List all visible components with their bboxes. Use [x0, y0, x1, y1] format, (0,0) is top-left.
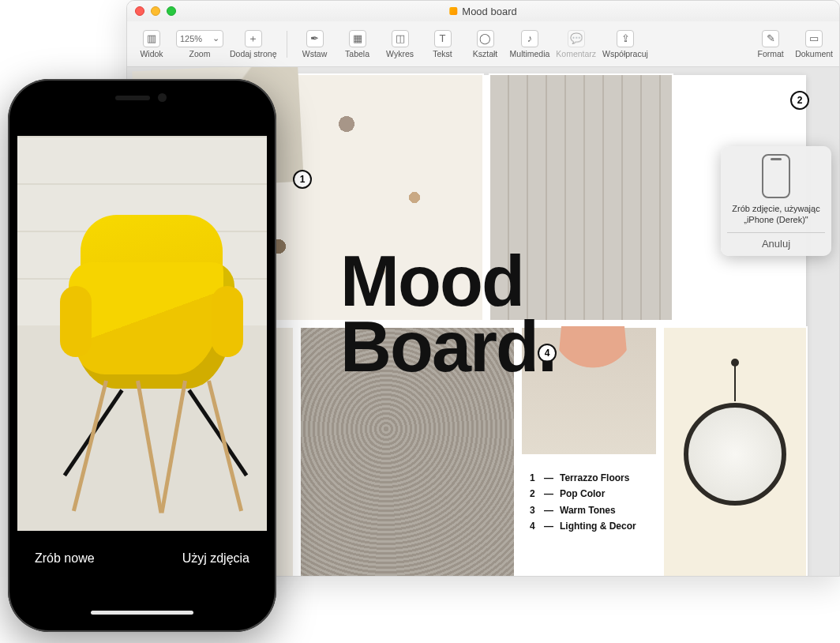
legend-row: 4 — Lighting & Decor [530, 518, 636, 534]
popover-message: Zrób zdjęcie, używając „iPhone (Derek)" [727, 203, 825, 226]
table-icon: ▦ [349, 30, 366, 47]
zoom-label: Zoom [189, 49, 211, 58]
text-icon: T [434, 30, 452, 47]
window-title: Mood board [449, 6, 516, 17]
shape-button[interactable]: ◯ Kształt [467, 26, 504, 62]
insert-icon: ✒ [306, 30, 324, 47]
table-button[interactable]: ▦ Tabela [339, 26, 376, 62]
moodboard-title-line2: Board. [340, 314, 556, 380]
use-photo-button[interactable]: Użyj zdjęcia [182, 551, 249, 566]
window-minimize-button[interactable] [151, 6, 160, 16]
mirror-shape [684, 403, 786, 506]
iphone-mockup: Zrób nowe Użyj zdjęcia [8, 79, 276, 632]
text-label: Tekst [433, 49, 452, 58]
media-icon: ♪ [521, 30, 538, 47]
retake-button[interactable]: Zrób nowe [35, 551, 95, 566]
view-button[interactable]: ▥ Widok [133, 26, 170, 62]
iphone-screen: Zrób nowe Użyj zdjęcia [17, 88, 267, 622]
continuity-camera-popover: Zrób zdjęcie, używając „iPhone (Derek)" … [721, 146, 831, 256]
toolbar-separator [287, 31, 287, 58]
window-close-button[interactable] [135, 6, 144, 16]
legend-num: 1 [530, 470, 538, 486]
comment-button[interactable]: 💬 Komentarz [556, 26, 596, 62]
yellow-chair-photo [49, 215, 254, 507]
shape-icon: ◯ [477, 30, 494, 47]
legend-dash: — [544, 486, 553, 502]
legend-text: Lighting & Decor [560, 518, 636, 534]
document-button[interactable]: ▭ Dokument [795, 26, 833, 62]
comment-label: Komentarz [556, 49, 596, 58]
legend-text: Warm Tones [560, 502, 616, 518]
share-button[interactable]: ⇪ Współpracuj [602, 26, 648, 62]
legend-dash: — [544, 502, 553, 518]
iphone-notch [79, 88, 205, 109]
legend-text: Terrazzo Floors [560, 470, 629, 486]
legend-num: 4 [530, 518, 538, 534]
zoom-value: 125% [180, 34, 202, 43]
badge-1: 1 [293, 170, 312, 189]
titlebar: Mood board [127, 1, 839, 21]
legend-row: 1 — Terrazzo Floors [530, 470, 636, 486]
document-icon [449, 7, 457, 15]
insert-button[interactable]: ✒ Wstaw [297, 26, 333, 62]
image-round-mirror[interactable] [664, 328, 806, 576]
zoom-dropdown[interactable]: 125%⌄ Zoom [176, 26, 223, 62]
chart-label: Wykres [386, 49, 414, 58]
media-button[interactable]: ♪ Multimedia [510, 26, 550, 62]
camera-actions: Zrób nowe Użyj zdjęcia [17, 536, 267, 622]
chart-button[interactable]: ◫ Wykres [382, 26, 418, 62]
document-label: Dokument [795, 49, 833, 58]
moodboard-title[interactable]: Mood Board. [340, 249, 556, 380]
add-page-icon: ＋ [245, 30, 262, 47]
badge-2: 2 [790, 91, 809, 110]
legend-dash: — [544, 470, 553, 486]
share-label: Współpracuj [602, 49, 648, 58]
chart-icon: ◫ [392, 30, 409, 47]
camera-preview [17, 136, 267, 531]
window-maximize-button[interactable] [167, 6, 176, 16]
toolbar: ▥ Widok 125%⌄ Zoom ＋ Dodaj stronę ✒ Wsta… [127, 21, 839, 67]
media-label: Multimedia [510, 49, 550, 58]
comment-icon: 💬 [568, 30, 585, 47]
legend: 1 — Terrazzo Floors 2 — Pop Color 3 — Wa… [530, 470, 636, 535]
shape-label: Kształt [473, 49, 498, 58]
add-page-button[interactable]: ＋ Dodaj stronę [230, 26, 277, 62]
phone-outline-icon [762, 154, 790, 198]
lamp-shape [553, 326, 632, 413]
window-title-text: Mood board [462, 6, 516, 17]
table-label: Tabela [345, 49, 369, 58]
legend-row: 2 — Pop Color [530, 486, 636, 502]
legend-dash: — [544, 518, 553, 534]
view-label: Widok [140, 49, 163, 58]
text-button[interactable]: T Tekst [425, 26, 461, 62]
format-button[interactable]: ✎ Format [752, 26, 789, 62]
window-controls [135, 6, 176, 16]
legend-num: 3 [530, 502, 538, 518]
document-icon-btn: ▭ [805, 30, 823, 47]
moodboard-title-line1: Mood [340, 249, 556, 314]
home-indicator[interactable] [91, 611, 193, 615]
format-label: Format [758, 49, 784, 58]
format-icon: ✎ [762, 30, 779, 47]
share-icon: ⇪ [617, 30, 634, 47]
view-icon: ▥ [143, 30, 160, 47]
chevron-down-icon: ⌄ [212, 33, 219, 43]
zoom-icon: 125%⌄ [176, 30, 223, 47]
legend-row: 3 — Warm Tones [530, 502, 636, 518]
add-page-label: Dodaj stronę [230, 49, 277, 58]
legend-num: 2 [530, 486, 538, 502]
insert-label: Wstaw [302, 49, 328, 58]
popover-cancel-button[interactable]: Anuluj [727, 232, 825, 250]
legend-text: Pop Color [560, 486, 605, 502]
